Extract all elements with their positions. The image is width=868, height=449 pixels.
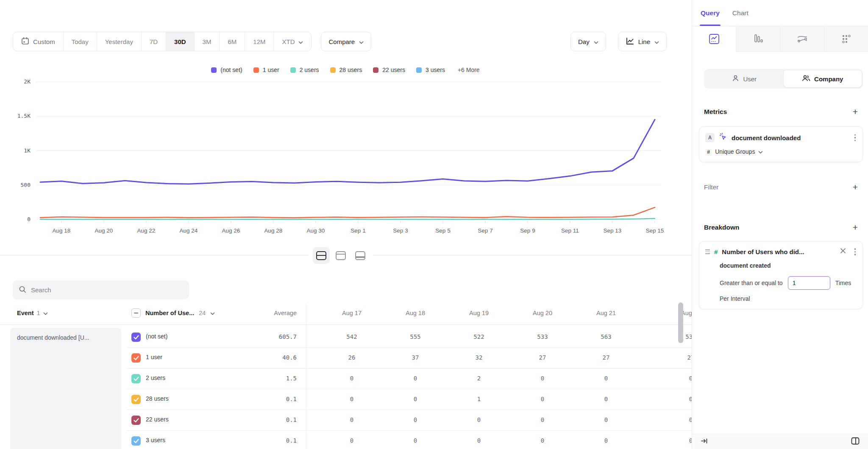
- chart-toolbar: CustomTodayYesterday7D30D3M6M12MXTD Comp…: [13, 32, 667, 51]
- row-checkbox[interactable]: [131, 395, 141, 404]
- row-value: 0: [447, 416, 511, 423]
- flow-chart-tab[interactable]: [780, 26, 824, 52]
- x-axis-label: Aug 24: [174, 227, 203, 234]
- group-column-header[interactable]: Number of Use... 24: [131, 308, 215, 318]
- table-search: [13, 280, 189, 299]
- bar-chart-tab[interactable]: [736, 26, 780, 52]
- chart-view-icon: [336, 251, 346, 260]
- condition-value-input[interactable]: [788, 276, 830, 290]
- row-label: (not set): [146, 333, 167, 340]
- legend-item[interactable]: (not set): [211, 67, 242, 73]
- add-filter-button[interactable]: +: [853, 183, 858, 191]
- chevron-down-icon: [43, 310, 48, 316]
- row-average: 1.5: [233, 375, 297, 382]
- drag-handle-icon[interactable]: [705, 249, 710, 254]
- metric-card[interactable]: A document downloaded # Unique Groups: [699, 126, 863, 162]
- legend-swatch: [290, 67, 296, 73]
- range-7d[interactable]: 7D: [141, 32, 166, 51]
- tab-query[interactable]: Query: [701, 0, 720, 26]
- range-12m[interactable]: 12M: [245, 32, 273, 51]
- x-axis-label: Sep 7: [470, 227, 500, 234]
- range-30d[interactable]: 30D: [166, 32, 194, 51]
- compare-button[interactable]: Compare: [321, 32, 371, 51]
- range-label: Today: [72, 38, 89, 45]
- select-all-checkbox[interactable]: [131, 308, 141, 318]
- row-checkbox[interactable]: [131, 333, 141, 342]
- row-checkbox[interactable]: [131, 416, 141, 425]
- x-axis-label: Sep 11: [555, 227, 585, 234]
- row-average: 0.1: [233, 437, 297, 444]
- measure-dropdown[interactable]: Unique Groups: [715, 148, 763, 155]
- date-column-header: Aug 21: [574, 310, 638, 316]
- x-axis-label: Aug 20: [89, 227, 119, 234]
- legend-item[interactable]: 3 users: [416, 67, 445, 73]
- row-value: 0: [638, 375, 692, 382]
- row-average: 605.7: [233, 333, 297, 340]
- measure-label: Unique Groups: [715, 148, 755, 155]
- row-value: 0: [574, 416, 638, 423]
- legend-more-button[interactable]: +6 More: [458, 67, 480, 73]
- range-3m[interactable]: 3M: [194, 32, 220, 51]
- y-axis-label: 1K: [0, 147, 31, 154]
- legend-item[interactable]: 1 user: [253, 67, 279, 73]
- collapse-panel-icon[interactable]: [701, 438, 708, 446]
- row-value: 0: [320, 396, 384, 402]
- range-yesterday[interactable]: Yesterday: [97, 32, 141, 51]
- legend-item[interactable]: 28 users: [330, 67, 362, 73]
- close-icon[interactable]: [840, 248, 846, 255]
- chevron-down-icon: [594, 38, 598, 45]
- range-6m[interactable]: 6M: [219, 32, 245, 51]
- row-value: 522: [447, 333, 511, 340]
- line-chart-tab[interactable]: [692, 26, 736, 52]
- row-value: 27: [574, 354, 638, 361]
- tab-chart[interactable]: Chart: [732, 0, 748, 26]
- y-axis-label: 0: [0, 216, 31, 222]
- vertical-scrollbar[interactable]: [678, 302, 683, 343]
- table-view-toggle[interactable]: [352, 247, 369, 264]
- split-view-toggle[interactable]: [313, 247, 330, 264]
- add-breakdown-button[interactable]: +: [853, 223, 858, 232]
- audience-user-label: User: [743, 75, 757, 83]
- x-axis-label: Aug 22: [131, 227, 161, 234]
- event-cell[interactable]: document downloaded [U...: [10, 328, 121, 449]
- line-chart-icon: [626, 37, 634, 46]
- breakdown-card[interactable]: # Number of Users who did... document cr…: [699, 241, 863, 309]
- range-custom[interactable]: Custom: [13, 32, 63, 51]
- add-metric-button[interactable]: +: [853, 107, 858, 116]
- range-xtd[interactable]: XTD: [273, 32, 311, 51]
- audience-option-company[interactable]: Company: [784, 70, 862, 87]
- y-axis-label: 500: [0, 182, 31, 188]
- metric-event-name: document downloaded: [732, 134, 849, 141]
- legend-item[interactable]: 22 users: [373, 67, 405, 73]
- x-axis-label: Aug 18: [47, 227, 76, 234]
- metric-menu-icon[interactable]: [854, 133, 857, 142]
- date-column-header: Aug 22: [638, 310, 692, 316]
- row-checkbox[interactable]: [131, 353, 141, 363]
- table-row: 2 users1.5002000: [127, 369, 692, 389]
- audience-toggle: User Company: [704, 69, 863, 89]
- row-value: 0: [638, 437, 692, 444]
- search-input[interactable]: [31, 286, 183, 294]
- x-axis-label: Sep 5: [428, 227, 458, 234]
- metrics-section-header: Metrics +: [704, 107, 858, 116]
- row-value: 0: [638, 396, 692, 402]
- row-value: 0: [320, 416, 384, 423]
- main-area: CustomTodayYesterday7D30D3M6M12MXTD Comp…: [0, 0, 692, 449]
- event-column-header[interactable]: Event 1: [17, 310, 48, 316]
- breakdown-menu-icon[interactable]: [854, 247, 857, 256]
- row-checkbox[interactable]: [131, 374, 141, 383]
- row-label: 22 users: [146, 416, 169, 423]
- range-today[interactable]: Today: [63, 32, 97, 51]
- search-icon: [19, 285, 26, 295]
- table-rows: (not set)605.75425555225335635381 user40…: [127, 327, 692, 449]
- row-value: 542: [320, 333, 384, 340]
- chart-view-toggle[interactable]: [332, 247, 349, 264]
- split-view-icon[interactable]: [851, 437, 860, 446]
- legend-item[interactable]: 2 users: [290, 67, 319, 73]
- audience-option-user[interactable]: User: [705, 70, 784, 87]
- condition-label: Greater than or equal to: [720, 280, 783, 286]
- row-checkbox[interactable]: [131, 436, 141, 446]
- chart-style-button[interactable]: Line: [618, 32, 667, 51]
- granularity-button[interactable]: Day: [570, 32, 606, 51]
- grid-chart-tab[interactable]: [824, 26, 868, 52]
